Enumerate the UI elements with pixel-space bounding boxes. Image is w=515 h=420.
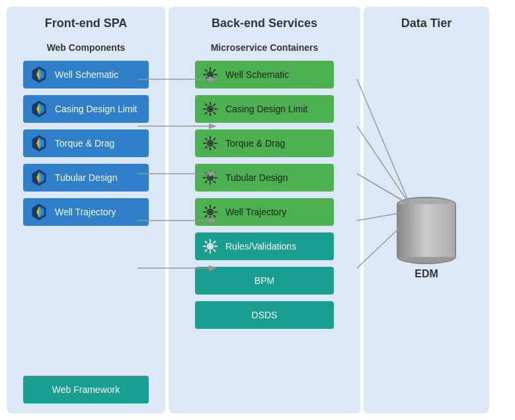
svg-point-27: [209, 176, 212, 180]
svg-point-25: [209, 142, 212, 145]
fe-label-4: Well Trajectory: [55, 207, 116, 217]
be-label-3: Tubular Design: [225, 172, 288, 183]
svg-point-29: [209, 211, 212, 214]
svg-point-21: [209, 73, 212, 77]
be-label-2: Torque & Drag: [225, 138, 285, 149]
fe-casing-design[interactable]: Casing Design Limit: [23, 95, 149, 123]
be-well-schematic[interactable]: Well Schematic: [195, 61, 334, 88]
gear-icon-4: [202, 203, 219, 221]
diagram-container: Front-end SPA Web Components Well Schema…: [0, 0, 515, 420]
cylinder-body: [397, 204, 456, 257]
fe-well-schematic[interactable]: Well Schematic: [23, 61, 149, 88]
fe-label-1: Casing Design Limit: [55, 104, 138, 114]
gear-icon-2: [202, 135, 219, 152]
frontend-column: Front-end SPA Web Components Well Schema…: [7, 7, 165, 413]
be-label-7: DSDS: [252, 310, 278, 320]
be-well-trajectory[interactable]: Well Trajectory: [195, 198, 334, 226]
hex-icon-1: [30, 100, 48, 118]
frontend-subtitle: Web Components: [47, 42, 126, 53]
hex-icon-0: [30, 65, 48, 84]
datatier-column: Data Tier EDM: [364, 7, 489, 413]
backend-title: Back-end Services: [212, 17, 317, 30]
backend-subtitle: Microservice Containers: [211, 42, 319, 53]
be-rules-validations[interactable]: Rules/Validations: [195, 232, 334, 260]
fe-label-0: Well Schematic: [55, 69, 118, 80]
fe-label-3: Tubular Design: [55, 172, 117, 183]
be-label-6: BPM: [255, 275, 274, 286]
be-casing-design[interactable]: Casing Design Limit: [195, 95, 334, 123]
svg-point-31: [209, 245, 212, 248]
fe-tubular-design[interactable]: Tubular Design: [23, 164, 149, 192]
be-label-4: Well Trajectory: [225, 207, 286, 217]
gear-icon-3: [202, 169, 219, 186]
hex-icon-2: [30, 134, 48, 153]
cylinder-shape: [397, 197, 456, 264]
be-label-1: Casing Design Limit: [225, 104, 308, 114]
be-label-0: Well Schematic: [225, 69, 289, 80]
fe-well-trajectory[interactable]: Well Trajectory: [23, 198, 149, 226]
svg-point-23: [209, 108, 212, 111]
gear-icon-5: [202, 238, 219, 255]
fe-web-framework[interactable]: Web Framework: [23, 376, 149, 403]
gear-icon-0: [202, 66, 219, 83]
datatier-title: Data Tier: [401, 17, 452, 30]
fe-torque-drag[interactable]: Torque & Drag: [23, 129, 149, 157]
frontend-title: Front-end SPA: [45, 17, 128, 30]
db-label: EDM: [415, 268, 438, 280]
hex-icon-3: [30, 168, 48, 187]
fe-label-2: Torque & Drag: [55, 138, 114, 149]
fe-framework-label: Web Framework: [52, 384, 120, 395]
be-torque-drag[interactable]: Torque & Drag: [195, 129, 334, 157]
gear-icon-1: [202, 100, 219, 118]
be-bpm[interactable]: BPM: [195, 267, 334, 295]
be-dsds[interactable]: DSDS: [195, 301, 334, 329]
database-icon: EDM: [397, 197, 456, 280]
be-label-5: Rules/Validations: [225, 241, 296, 252]
backend-column: Back-end Services Microservice Container…: [169, 7, 360, 413]
be-tubular-design[interactable]: Tubular Design: [195, 164, 334, 192]
hex-icon-4: [30, 203, 48, 221]
